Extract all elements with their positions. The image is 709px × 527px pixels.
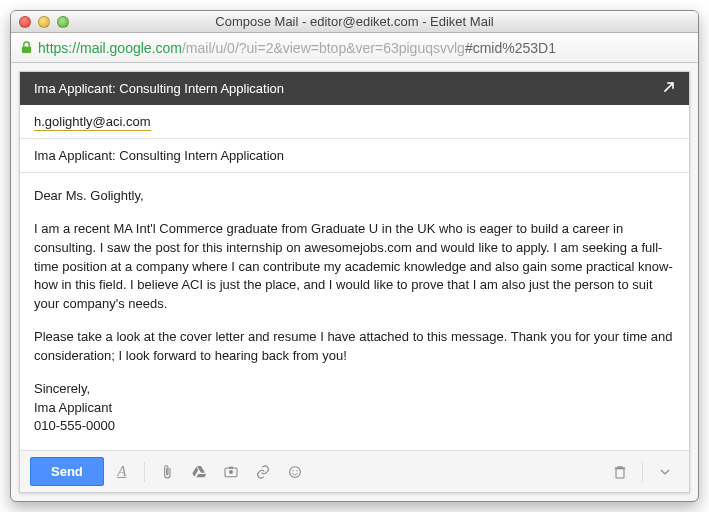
signature: Sincerely, Ima Applicant 010-555-0000 (34, 380, 675, 437)
compose-header[interactable]: Ima Applicant: Consulting Intern Applica… (20, 72, 689, 105)
compose-header-title: Ima Applicant: Consulting Intern Applica… (34, 81, 284, 96)
toolbar-divider (144, 462, 145, 482)
to-field[interactable]: h.golightly@aci.com (20, 105, 689, 139)
svg-point-5 (292, 470, 293, 471)
url-scheme: https (38, 40, 68, 56)
window-title: Compose Mail - editor@ediket.com - Edike… (19, 14, 690, 29)
url-fragment: #cmid%253D1 (465, 40, 556, 56)
lock-icon (21, 41, 32, 54)
send-button[interactable]: Send (30, 457, 104, 486)
insert-link-button[interactable] (249, 458, 277, 486)
popout-icon[interactable] (663, 81, 675, 96)
minimize-window-button[interactable] (38, 16, 50, 28)
subject-text: Ima Applicant: Consulting Intern Applica… (34, 148, 284, 163)
traffic-lights (19, 16, 69, 28)
toolbar-divider (642, 462, 643, 482)
svg-point-2 (229, 470, 233, 474)
discard-draft-button[interactable] (606, 458, 634, 486)
attach-file-button[interactable] (153, 458, 181, 486)
url-path: /mail/u/0/?ui=2&view=btop&ver=63piguqsvv… (182, 40, 465, 56)
url-host: ://mail.google.com (68, 40, 182, 56)
svg-rect-0 (22, 47, 31, 53)
message-body[interactable]: Dear Ms. Golightly, I am a recent MA Int… (20, 173, 689, 450)
svg-rect-3 (229, 466, 233, 468)
compose-window: Ima Applicant: Consulting Intern Applica… (19, 71, 690, 493)
body-salutation: Dear Ms. Golightly, (34, 187, 675, 206)
titlebar: Compose Mail - editor@ediket.com - Edike… (11, 11, 698, 33)
signature-name: Ima Applicant (34, 399, 675, 418)
insert-emoji-button[interactable] (281, 458, 309, 486)
svg-point-6 (296, 470, 297, 471)
compose-toolbar: Send A (20, 450, 689, 492)
recipient-chip[interactable]: h.golightly@aci.com (34, 114, 151, 131)
signature-phone: 010-555-0000 (34, 417, 675, 436)
insert-drive-button[interactable] (185, 458, 213, 486)
url-bar[interactable]: https://mail.google.com/mail/u/0/?ui=2&v… (11, 33, 698, 63)
closing: Sincerely, (34, 380, 675, 399)
insert-photo-button[interactable] (217, 458, 245, 486)
body-paragraph-1: I am a recent MA Int'l Commerce graduate… (34, 220, 675, 314)
subject-field[interactable]: Ima Applicant: Consulting Intern Applica… (20, 139, 689, 173)
formatting-button[interactable]: A (108, 458, 136, 486)
more-options-button[interactable] (651, 458, 679, 486)
browser-window: Compose Mail - editor@ediket.com - Edike… (10, 10, 699, 502)
body-paragraph-2: Please take a look at the cover letter a… (34, 328, 675, 366)
close-window-button[interactable] (19, 16, 31, 28)
svg-point-4 (289, 466, 300, 477)
maximize-window-button[interactable] (57, 16, 69, 28)
